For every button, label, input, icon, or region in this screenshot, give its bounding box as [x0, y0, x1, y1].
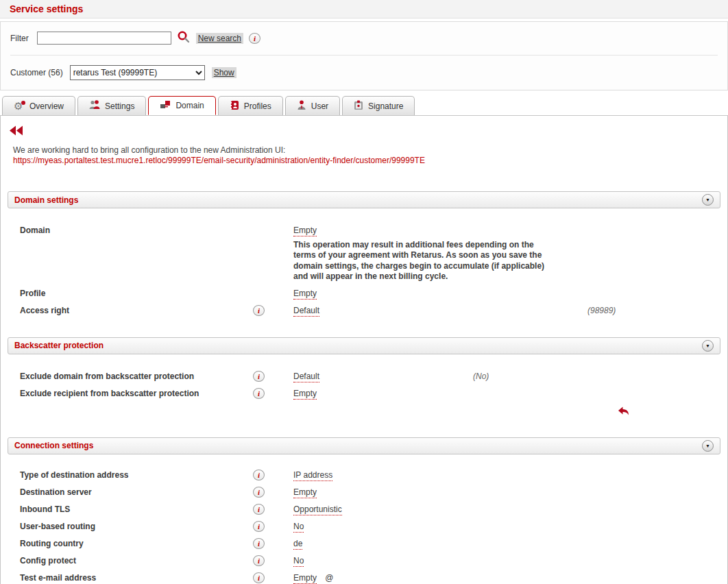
destination-type-value-link[interactable]: IP address: [293, 470, 332, 481]
setting-label: Domain: [20, 225, 253, 236]
setting-label: Destination server: [20, 487, 253, 498]
setting-row-config-protect: Config protect No: [8, 552, 720, 570]
clipboard-icon: [354, 100, 363, 112]
search-icon: [177, 30, 191, 46]
filter-row: Filter New search: [10, 30, 718, 46]
info-icon[interactable]: [253, 521, 265, 532]
access-right-extra: (98989): [587, 305, 616, 317]
info-icon[interactable]: [253, 388, 265, 399]
setting-row-access-right: Access right Default (98989): [8, 302, 720, 319]
setting-row-test-email: Test e-mail address Empty @: [8, 570, 720, 584]
setting-row-exclude-domain: Exclude domain from backscatter protecti…: [8, 368, 720, 385]
exclude-domain-value-link[interactable]: Default: [293, 372, 319, 382]
setting-label: Test e-mail address: [20, 572, 253, 584]
collapse-icon[interactable]: [702, 440, 714, 452]
address-book-icon: [230, 100, 239, 112]
setting-row-exclude-recipient: Exclude recipient from backscatter prote…: [8, 385, 720, 402]
exclude-recipient-value-link[interactable]: Empty: [293, 389, 317, 400]
filter-panel: Filter New search Customer (56) retarus …: [0, 21, 728, 90]
inbound-tls-value-link[interactable]: Opportunistic: [293, 504, 342, 515]
tab-bar: Overview Settings Domain: [0, 96, 728, 115]
profile-value-link[interactable]: Empty: [293, 289, 317, 300]
setting-row-routing-country: Routing country de: [8, 535, 720, 552]
setting-label: Exclude recipient from backscatter prote…: [20, 388, 253, 400]
setting-row-domain: Domain Empty This operation may result i…: [8, 222, 720, 285]
info-icon[interactable]: [253, 470, 265, 480]
customer-row: Customer (56) retarus Test (99999TE) Sho…: [10, 65, 718, 80]
tab-overview[interactable]: Overview: [2, 96, 75, 115]
info-icon[interactable]: [253, 538, 265, 549]
back-button[interactable]: [9, 125, 24, 138]
search-button[interactable]: [177, 30, 191, 46]
at-sign-suffix: @: [325, 573, 333, 583]
rewind-icon: [9, 125, 24, 138]
setting-label: Routing country: [20, 538, 253, 550]
info-icon[interactable]: [253, 371, 265, 382]
collapse-icon[interactable]: [702, 194, 714, 206]
filter-separator: [10, 55, 718, 56]
section-body-backscatter: Exclude domain from backscatter protecti…: [8, 354, 720, 428]
setting-row-destination-server: Destination server Empty: [8, 484, 720, 501]
setting-label: Config protect: [20, 555, 253, 567]
tab-settings[interactable]: Settings: [77, 96, 146, 115]
setting-label: User-based routing: [20, 521, 253, 533]
info-icon[interactable]: [249, 33, 260, 44]
config-protect-value-link[interactable]: No: [293, 556, 304, 567]
tab-signature[interactable]: Signature: [342, 96, 415, 115]
info-icon[interactable]: [253, 305, 265, 316]
tab-profiles[interactable]: Profiles: [218, 96, 283, 115]
section-title: Domain settings: [14, 195, 78, 205]
setting-row-profile: Profile Empty: [8, 285, 720, 302]
setting-label: Profile: [20, 288, 253, 300]
test-email-value-link[interactable]: Empty: [293, 573, 317, 584]
access-right-value-link[interactable]: Default: [293, 306, 319, 317]
show-button[interactable]: Show: [212, 67, 236, 78]
users-icon: [89, 100, 100, 112]
info-icon[interactable]: [253, 504, 265, 515]
setting-label: Inbound TLS: [20, 504, 253, 515]
section-title: Backscatter protection: [14, 341, 104, 350]
info-icon[interactable]: [253, 572, 265, 583]
domain-value-link[interactable]: Empty: [293, 226, 317, 236]
migration-notice: We are working hard to bring all configu…: [13, 145, 720, 166]
setting-row-user-based-routing: User-based routing No: [8, 518, 720, 535]
gear-icon: [14, 101, 25, 112]
customer-label: Customer (56): [10, 68, 63, 77]
section-header-connection: Connection settings: [8, 437, 720, 454]
setting-row-destination-type: Type of destination address IP address: [8, 467, 720, 484]
fees-warning-note: This operation may result in additional …: [293, 240, 546, 282]
section-header-domain-settings: Domain settings: [8, 191, 720, 208]
section-title: Connection settings: [14, 441, 93, 450]
setting-label: Access right: [20, 305, 253, 317]
exclude-domain-extra: (No): [473, 371, 489, 382]
tab-user[interactable]: User: [285, 96, 340, 115]
customer-select[interactable]: retarus Test (99999TE): [70, 65, 205, 80]
migration-notice-link[interactable]: https://myeas.portaltest.test.mucre1.ret…: [13, 156, 425, 165]
main-panel: We are working hard to bring all configu…: [0, 115, 728, 584]
setting-row-inbound-tls: Inbound TLS Opportunistic: [8, 501, 720, 518]
tab-domain[interactable]: Domain: [148, 96, 215, 115]
info-icon[interactable]: [253, 487, 265, 498]
user-based-routing-value-link[interactable]: No: [293, 522, 304, 533]
filter-input[interactable]: [37, 32, 171, 45]
new-search-link[interactable]: New search: [196, 33, 243, 44]
setting-label: Type of destination address: [20, 470, 253, 481]
domain-icon: [160, 100, 171, 112]
filter-label: Filter: [10, 34, 29, 43]
section-body-connection: Type of destination address IP address D…: [8, 454, 720, 584]
setting-label: Exclude domain from backscatter protecti…: [20, 371, 253, 382]
undo-button[interactable]: [618, 405, 630, 419]
section-header-backscatter: Backscatter protection: [8, 337, 720, 354]
user-icon: [297, 100, 306, 112]
info-icon[interactable]: [253, 555, 265, 566]
migration-notice-text: We are working hard to bring all configu…: [13, 145, 720, 156]
destination-server-value-link[interactable]: Empty: [293, 487, 317, 498]
collapse-icon[interactable]: [702, 340, 714, 352]
section-body-domain-settings: Domain Empty This operation may result i…: [8, 208, 720, 328]
page-title: Service settings: [10, 3, 83, 14]
page-title-bar: Service settings: [0, 0, 728, 19]
undo-icon: [618, 405, 630, 419]
routing-country-value-link[interactable]: de: [293, 539, 302, 550]
undo-row: [8, 405, 720, 419]
